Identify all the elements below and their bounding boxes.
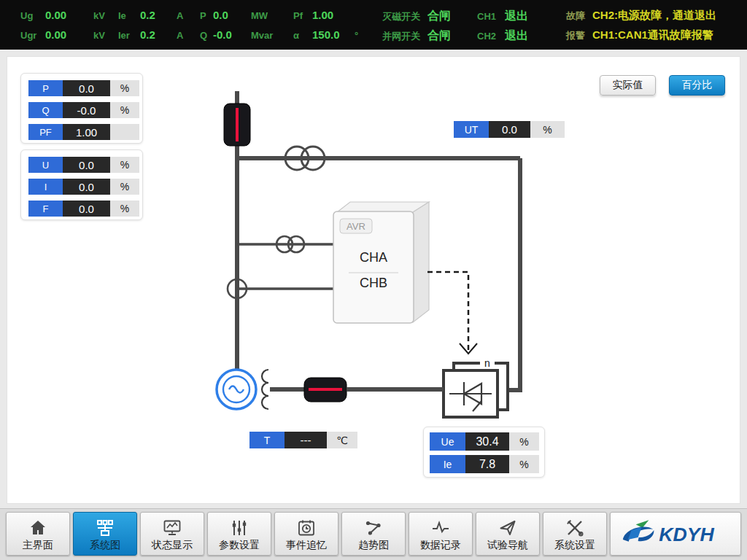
measurement-label: Ugr [20,30,45,41]
nav-button-main[interactable]: 主界面 [6,512,70,556]
meter-unit: % [509,432,539,451]
measurement-value: 150.0 [312,28,352,41]
meter-row-i: I 0.0 % [28,179,142,195]
home-icon [28,518,47,537]
bottom-nav-bar: 主界面 系统图 状态显示 参数设置 [0,508,747,560]
meter-value: 0.0 [489,121,530,138]
measurement-alpha: α 150.0 ° [293,28,382,42]
status-display-icon [163,518,182,537]
measurement-value: 0.0 [213,9,248,21]
nav-button-system-settings[interactable]: 系统设置 [543,512,607,556]
meter-value: --- [285,432,327,448]
fault-label: 故障 [566,9,592,23]
meter-unit: ℃ [327,432,357,448]
nav-button-system-diagram[interactable]: 系统图 [73,512,137,556]
percentage-button[interactable]: 百分比 [669,75,725,96]
measurement-unit: A [177,10,183,21]
meter-unit: % [110,102,139,118]
measurement-value: 1.00 [312,9,352,21]
measurement-ugr: Ugr 0.00 kV [20,28,118,42]
stator-meter-panel: U 0.0 % I 0.0 % F 0.0 % [20,149,143,220]
measurement-p: P 0.0 MW [200,9,293,23]
bridge-count-label: n [484,357,490,369]
alarm-row: 报警 CH1:CAN1通讯故障报警 [566,28,740,42]
status-label: CH1 [477,11,505,22]
field-winding-icon [262,370,268,409]
meter-value: 0.0 [63,201,110,217]
nav-label: 参数设置 [219,540,260,550]
meter-unit: % [509,455,539,473]
meter-value: 1.00 [63,124,110,140]
measurement-label: Q [200,30,213,41]
nav-button-status-display[interactable]: 状态显示 [140,512,204,556]
measurement-unit: A [177,30,183,41]
nav-label: 事件追忆 [286,540,327,550]
meter-unit: % [110,157,139,173]
status-ch2: CH2 退出 [477,28,566,42]
meter-unit: % [530,121,565,138]
meter-value: 7.8 [465,455,509,473]
event-recall-icon [297,518,316,537]
parameter-settings-icon [230,518,249,537]
data-record-icon [431,518,450,537]
measurement-unit: Mvar [251,30,273,41]
meter-label: Ie [430,455,465,473]
meter-label: T [249,432,285,448]
measurement-ie: Ie 0.2 A [118,9,200,23]
measurement-label: P [200,10,213,21]
meter-label: UT [454,121,489,138]
measurement-label: Ie [118,10,140,21]
status-label: CH2 [477,31,505,42]
meter-unit: % [110,179,139,195]
status-grid-breaker: 并网开关 合闸 [382,28,477,42]
system-settings-icon [565,518,584,537]
meter-value: 0.0 [63,80,110,96]
measurement-label: Ier [118,30,140,41]
logo-swoosh [638,530,654,541]
measurement-pf: Pf 1.00 [293,9,382,23]
status-field-breaker: 灭磁开关 合闸 [382,9,477,23]
meter-row-ue: Ue 30.4 % [430,432,544,451]
alarm-message: CH1:CAN1通讯故障报警 [592,28,713,42]
status-value: 合闸 [427,28,451,44]
avr-box-side [413,202,429,322]
nav-label: 趋势图 [358,540,389,550]
measurement-group-current: Ie 0.2 A Ier 0.2 A [118,9,200,42]
status-label: 并网开关 [382,30,427,43]
nav-button-trend-chart[interactable]: 趋势图 [341,512,406,556]
actual-value-button[interactable]: 实际值 [600,75,656,96]
fault-message: CH2:电源故障，通道退出 [592,9,716,23]
logo-green-mark [636,520,649,528]
status-ch1: CH1 退出 [477,9,566,23]
measurement-ug: Ug 0.00 kV [20,9,118,23]
nav-label: 试验导航 [487,540,528,550]
ut-meter-badge: UT 0.0 % [454,121,565,138]
channel-b-label: CHB [360,276,387,290]
nav-button-event-recall[interactable]: 事件追忆 [274,512,338,556]
status-value: 退出 [505,9,528,24]
measurement-group-voltage: Ug 0.00 kV Ugr 0.00 kV [20,9,118,42]
power-meter-panel: P 0.0 % Q -0.0 % PF 1.00 [20,73,143,144]
nav-button-test-navigation[interactable]: 试验导航 [476,512,540,556]
measurement-value: 0.00 [45,9,90,21]
nav-button-parameter-settings[interactable]: 参数设置 [207,512,271,556]
meter-row-pf: PF 1.00 [28,124,142,140]
meter-label: I [28,179,63,195]
status-label: 灭磁开关 [382,10,427,23]
status-value: 退出 [505,28,528,44]
excitation-meter-panel: Ue 30.4 % Ie 7.8 % [423,427,545,478]
fault-row: 故障 CH2:电源故障，通道退出 [566,9,740,23]
meter-label: P [28,80,63,96]
measurement-unit: ° [355,30,358,41]
nav-button-data-record[interactable]: 数据记录 [409,512,473,556]
alarm-label: 报警 [566,29,592,42]
meter-row-ie: Ie 7.8 % [430,455,544,473]
nav-label: 主界面 [23,540,53,550]
main-content-panel: AVR CHA CHB n P 0.0 % [7,57,740,503]
measurement-q: Q -0.0 Mvar [200,28,293,42]
channel-status-group: CH1 退出 CH2 退出 [477,9,566,42]
brand-logo-button[interactable]: KDYH [610,512,741,556]
nav-label: 系统图 [90,540,120,550]
measurement-value: 0.2 [140,28,174,41]
measurement-label: Pf [293,10,312,21]
